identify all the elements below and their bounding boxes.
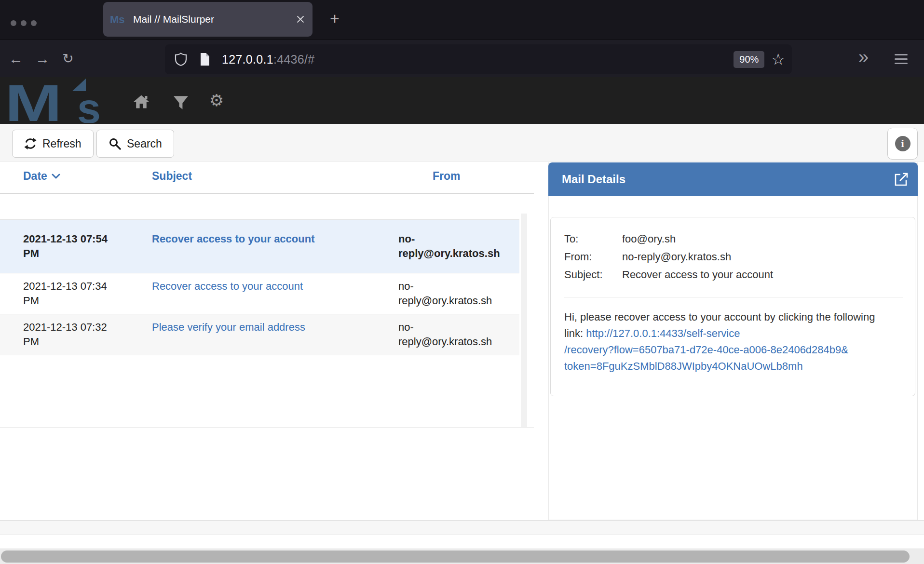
main-content: Date Subject From 2021-12-13 07:54 PM Re… bbox=[0, 162, 924, 520]
row-from: no-reply@ory.kratos.sh bbox=[398, 279, 519, 308]
mailslurper-logo: M s bbox=[9, 79, 107, 123]
forward-button[interactable]: → bbox=[34, 50, 51, 67]
mail-details-header: Mail Details bbox=[548, 162, 918, 196]
column-header-date[interactable]: Date bbox=[23, 170, 60, 183]
screen: Ms Mail // MailSlurper + ← → ↻ 127.0.0.1… bbox=[0, 0, 924, 564]
recovery-link-line: token=8FguKzSMblD88JWIpby4OKNaUOwLb8mh bbox=[564, 358, 890, 375]
window-dot[interactable] bbox=[11, 20, 16, 26]
table-row[interactable]: 2021-12-13 07:32 PM Please verify your e… bbox=[0, 314, 519, 355]
field-label: From: bbox=[564, 248, 622, 266]
bottom-white-strip bbox=[0, 535, 924, 549]
card-divider bbox=[564, 297, 903, 297]
field-to: To: foo@ory.sh bbox=[564, 230, 903, 248]
row-from: no-reply@ory.kratos.sh bbox=[398, 320, 519, 349]
zoom-level-badge[interactable]: 90% bbox=[734, 51, 764, 68]
app-toolbar: Refresh Search i bbox=[0, 124, 924, 162]
url-text[interactable]: 127.0.0.1:4436/# bbox=[222, 53, 314, 67]
row-subject-link[interactable]: Recover access to your account bbox=[152, 232, 398, 261]
browser-toolbar: ← → ↻ 127.0.0.1:4436/# 90% ☆ » bbox=[0, 40, 924, 77]
mail-details-card: To: foo@ory.sh From: no-reply@ory.kratos… bbox=[550, 217, 915, 396]
header-divider bbox=[0, 193, 534, 194]
recovery-link[interactable]: http://127.0.0.1:4433/self-service/recov… bbox=[564, 327, 890, 375]
window-controls[interactable] bbox=[11, 20, 37, 26]
shield-icon[interactable] bbox=[175, 53, 187, 66]
refresh-icon bbox=[24, 137, 37, 150]
svg-text:Ms: Ms bbox=[110, 13, 125, 26]
bookmark-star-icon[interactable]: ☆ bbox=[771, 52, 785, 67]
tab-close-icon[interactable] bbox=[296, 15, 305, 24]
url-bar[interactable]: 127.0.0.1:4436/# 90% ☆ bbox=[165, 44, 792, 74]
vertical-scrollbar-track[interactable] bbox=[521, 214, 527, 427]
date-sort-label: Date bbox=[23, 170, 47, 183]
column-header-from[interactable]: From bbox=[433, 170, 461, 183]
mail-list-panel: Date Subject From 2021-12-13 07:54 PM Re… bbox=[0, 162, 534, 520]
filter-icon[interactable] bbox=[173, 95, 189, 110]
tab-title: Mail // MailSlurper bbox=[133, 13, 214, 25]
browser-tab[interactable]: Ms Mail // MailSlurper bbox=[103, 2, 313, 37]
mail-details-panel: Mail Details To: foo@ory.sh From: no-rep… bbox=[548, 162, 918, 520]
page-info-icon[interactable] bbox=[200, 53, 210, 66]
horizontal-scrollbar-thumb[interactable] bbox=[1, 551, 910, 563]
window-dot[interactable] bbox=[21, 20, 27, 26]
panel-title: Mail Details bbox=[562, 173, 625, 186]
settings-gear-icon[interactable]: ⚙ bbox=[208, 92, 225, 106]
info-button[interactable]: i bbox=[887, 128, 918, 160]
refresh-label: Refresh bbox=[42, 137, 82, 150]
reload-button[interactable]: ↻ bbox=[59, 50, 77, 67]
info-icon: i bbox=[895, 136, 910, 151]
bottom-gray-strip bbox=[0, 520, 924, 535]
row-date: 2021-12-13 07:54 PM bbox=[23, 232, 152, 261]
back-button[interactable]: ← bbox=[7, 50, 25, 67]
list-bottom-divider bbox=[0, 427, 534, 428]
field-value: no-reply@ory.kratos.sh bbox=[622, 248, 731, 266]
field-value: Recover access to your account bbox=[622, 266, 773, 283]
mail-body: Hi, please recover access to your accoun… bbox=[564, 309, 890, 375]
row-subject-link[interactable]: Please verify your email address bbox=[152, 320, 398, 349]
browser-tab-bar: Ms Mail // MailSlurper + bbox=[0, 0, 924, 40]
recovery-link-line: /recovery?flow=6507ba71-d72e-40ce-a006-8… bbox=[564, 342, 890, 358]
field-label: Subject: bbox=[564, 266, 622, 283]
field-subject: Subject: Recover access to your account bbox=[564, 266, 903, 283]
search-label: Search bbox=[127, 137, 162, 150]
table-row[interactable]: 2021-12-13 07:34 PM Recover access to yo… bbox=[0, 273, 519, 314]
row-subject-link[interactable]: Recover access to your account bbox=[152, 279, 398, 308]
row-from: no-reply@ory.kratos.sh bbox=[398, 232, 522, 261]
url-host: 127.0.0.1 bbox=[222, 53, 273, 66]
column-header-subject[interactable]: Subject bbox=[152, 170, 192, 183]
svg-text:M: M bbox=[9, 79, 62, 123]
row-date: 2021-12-13 07:32 PM bbox=[23, 320, 152, 349]
app-nav-bar: M s ⚙ bbox=[0, 77, 924, 124]
external-link-icon[interactable] bbox=[894, 172, 909, 187]
menu-icon[interactable] bbox=[895, 54, 908, 67]
table-row[interactable]: 2021-12-13 07:54 PM Recover access to yo… bbox=[0, 219, 519, 273]
svg-text:s: s bbox=[77, 84, 101, 123]
overflow-chevron-icon[interactable]: » bbox=[858, 47, 869, 67]
search-icon bbox=[109, 137, 121, 150]
field-value: foo@ory.sh bbox=[622, 230, 676, 248]
home-icon[interactable] bbox=[133, 94, 149, 109]
url-path: :4436/# bbox=[273, 53, 315, 66]
window-dot[interactable] bbox=[31, 20, 37, 26]
horizontal-scrollbar-track[interactable] bbox=[0, 549, 924, 564]
row-date: 2021-12-13 07:34 PM bbox=[23, 279, 152, 308]
sort-chevron-down-icon bbox=[52, 174, 60, 179]
field-from: From: no-reply@ory.kratos.sh bbox=[564, 248, 903, 266]
search-button[interactable]: Search bbox=[96, 130, 174, 158]
new-tab-button[interactable]: + bbox=[330, 10, 340, 27]
mailslurper-favicon: Ms bbox=[110, 13, 127, 26]
mail-list-header: Date Subject From bbox=[0, 162, 534, 193]
field-label: To: bbox=[564, 230, 622, 248]
refresh-button[interactable]: Refresh bbox=[12, 130, 94, 158]
recovery-link-line: http://127.0.0.1:4433/self-service bbox=[586, 327, 740, 339]
mail-rows: 2021-12-13 07:54 PM Recover access to yo… bbox=[0, 219, 519, 355]
